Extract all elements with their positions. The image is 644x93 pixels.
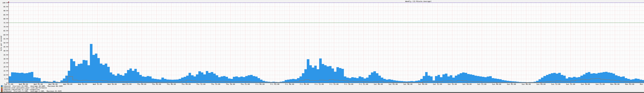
x-tick-mark <box>127 83 127 84</box>
y-tick-mark <box>8 23 8 23</box>
y-tick-mark <box>8 27 8 27</box>
y-tick-label: 65 M <box>0 30 8 32</box>
x-tick-mark <box>8 83 9 84</box>
x-tick-mark <box>364 83 364 84</box>
x-tick-mark <box>408 83 408 84</box>
x-tick-mark <box>526 83 526 84</box>
y-tick-label: 40 M <box>0 50 8 52</box>
x-tick-mark <box>171 83 172 84</box>
x-tick-mark <box>452 83 452 84</box>
y-tick-mark <box>8 63 8 63</box>
y-tick-label: 20 M <box>0 66 8 68</box>
x-tick-mark <box>422 83 423 84</box>
y-tick-mark <box>8 15 8 15</box>
x-tick-mark <box>349 83 349 84</box>
y-tick-label: 70 M <box>0 26 8 28</box>
plot-area <box>9 3 644 83</box>
y-tick-label: 15 M <box>0 70 8 72</box>
x-tick-mark <box>201 83 201 84</box>
x-tick-mark <box>304 83 304 84</box>
y-tick-label: 100 M <box>0 2 8 3</box>
y-tick-mark <box>8 31 8 31</box>
x-tick-mark <box>556 83 556 84</box>
y-tick-mark <box>8 35 8 35</box>
x-tick-mark <box>334 83 334 84</box>
y-tick-mark <box>8 59 8 59</box>
x-tick-mark <box>290 83 290 84</box>
y-tick-mark <box>8 47 8 47</box>
y-tick-label: 50 M <box>0 42 8 44</box>
inbound-swatch-icon <box>1 85 2 87</box>
x-tick-mark <box>541 83 541 84</box>
y-tick-mark <box>8 67 8 67</box>
x-tick-mark <box>82 83 83 84</box>
outbound-line <box>9 3 644 83</box>
graph-title: Weekly (15 Minute Average) <box>0 0 644 2</box>
x-tick-mark <box>467 83 467 84</box>
x-tick-mark <box>53 83 53 84</box>
x-tick-mark <box>585 83 586 84</box>
x-tick-mark <box>275 83 275 84</box>
y-axis-line <box>8 2 9 83</box>
poor-link-swatch-icon <box>1 87 2 89</box>
y-tick-mark <box>8 2 8 3</box>
outbound-swatch-icon <box>1 90 2 92</box>
x-tick-mark <box>378 83 378 84</box>
x-tick-mark <box>68 83 68 84</box>
x-axis-line <box>8 83 644 83</box>
y-tick-label: 55 M <box>0 38 8 40</box>
y-tick-label: 45 M <box>0 46 8 48</box>
y-tick-label: 95 M <box>0 6 8 7</box>
congestion-swatch-icon <box>1 89 2 90</box>
x-tick-mark <box>511 83 512 84</box>
y-tick-mark <box>8 6 8 7</box>
x-tick-mark <box>438 83 438 84</box>
y-tick-mark <box>8 55 8 55</box>
x-tick-mark <box>97 83 98 84</box>
x-tick-mark <box>230 83 230 84</box>
y-tick-label: 90 M <box>0 10 8 11</box>
bottom-border <box>0 92 644 93</box>
x-tick-mark <box>156 83 156 84</box>
y-tick-mark <box>8 83 8 83</box>
y-tick-label: 85 M <box>0 14 8 16</box>
x-tick-mark <box>496 83 497 84</box>
y-tick-mark <box>8 19 8 19</box>
y-tick-mark <box>8 71 8 71</box>
y-tick-label: 5 M <box>0 78 8 80</box>
y-tick-label: 35 M <box>0 54 8 56</box>
y-tick-label: 30 M <box>0 58 8 60</box>
x-tick-mark <box>630 83 630 84</box>
x-tick-mark <box>23 83 24 84</box>
x-tick-mark <box>482 83 482 84</box>
x-tick-label: Mon 06:00 <box>638 83 644 85</box>
x-tick-mark <box>186 83 186 84</box>
x-tick-mark <box>216 83 216 84</box>
y-tick-label: 60 M <box>0 34 8 36</box>
y-tick-mark <box>8 39 8 39</box>
x-tick-mark <box>570 83 571 84</box>
x-tick-mark <box>600 83 600 84</box>
y-tick-mark <box>8 43 8 43</box>
y-tick-label: 25 M <box>0 62 8 64</box>
x-tick-mark <box>112 83 112 84</box>
y-tick-label: 80 M <box>0 18 8 20</box>
x-tick-mark <box>245 83 245 84</box>
y-tick-label: 75 M <box>0 22 8 24</box>
x-tick-mark <box>615 83 615 84</box>
x-tick-mark <box>393 83 393 84</box>
x-tick-mark <box>260 83 260 84</box>
y-tick-mark <box>8 10 8 11</box>
y-tick-mark <box>8 75 8 75</box>
x-tick-mark <box>38 83 38 84</box>
y-tick-label: 10 M <box>0 74 8 76</box>
x-tick-mark <box>142 83 142 84</box>
y-tick-mark <box>8 79 8 79</box>
y-axis-arrow-icon <box>8 1 9 2</box>
x-tick-mark <box>319 83 319 84</box>
y-tick-mark <box>8 51 8 51</box>
